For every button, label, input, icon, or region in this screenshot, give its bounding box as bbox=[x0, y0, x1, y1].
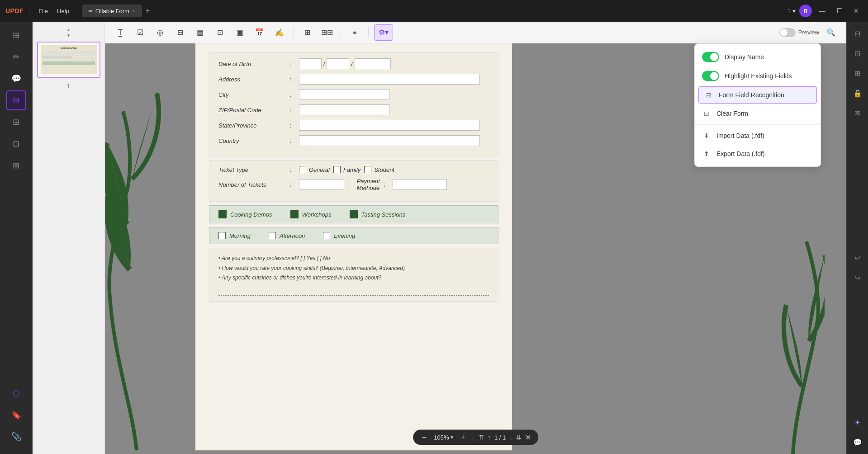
morning-checkbox[interactable] bbox=[218, 232, 226, 239]
sidebar-forms-icon[interactable]: ⊟ bbox=[6, 90, 26, 110]
undo-icon[interactable]: ↩ bbox=[849, 250, 866, 266]
form-field-recognition-label: Form Field Recognition bbox=[719, 91, 784, 99]
workshops-label: Workshops bbox=[302, 211, 332, 218]
sign-icon[interactable]: ✉ bbox=[849, 105, 866, 121]
signature-btn[interactable]: ✍ bbox=[271, 24, 288, 41]
page-thumbnail[interactable]: SIGN UP FORM bbox=[37, 42, 100, 78]
form-field-recognition-item[interactable]: ⊟ Form Field Recognition bbox=[698, 86, 817, 104]
align-btn[interactable]: ≡ bbox=[346, 24, 363, 41]
general-checkbox-label[interactable]: General bbox=[299, 166, 330, 173]
zip-input[interactable] bbox=[299, 104, 389, 115]
top-bar-divider bbox=[29, 6, 29, 15]
last-page-btn[interactable]: ⇊ bbox=[516, 434, 522, 441]
convert-icon[interactable]: ⊡ bbox=[849, 45, 866, 61]
prev-page-btn[interactable]: ↑ bbox=[488, 434, 491, 441]
close-zoom-btn[interactable]: ✕ bbox=[525, 433, 531, 442]
state-input[interactable] bbox=[299, 120, 480, 131]
dob-month[interactable] bbox=[299, 58, 322, 69]
afternoon-checkbox[interactable] bbox=[269, 232, 276, 239]
general-checkbox[interactable] bbox=[299, 166, 306, 173]
radio-btn[interactable]: ◎ bbox=[152, 24, 168, 41]
dropdown-btn[interactable]: ▤ bbox=[192, 24, 208, 41]
evening-checkbox[interactable] bbox=[323, 232, 330, 239]
display-name-toggle[interactable] bbox=[702, 52, 719, 62]
sidebar-attachment-icon[interactable]: 📎 bbox=[6, 427, 26, 447]
sidebar-thumbnail-icon[interactable]: ⊞ bbox=[6, 25, 26, 45]
select-all-btn[interactable]: ⊞ bbox=[299, 24, 315, 41]
family-checkbox-label[interactable]: Family bbox=[333, 166, 360, 173]
new-tab-btn[interactable]: + bbox=[144, 5, 152, 17]
protect-icon[interactable]: 🔒 bbox=[849, 85, 866, 101]
survey-q3: • Any specific cuisines or dishes you're… bbox=[218, 273, 489, 283]
image-btn[interactable]: ▣ bbox=[232, 24, 248, 41]
page-nav-dropdown[interactable]: ▾ bbox=[792, 7, 796, 14]
close-btn[interactable]: ✕ bbox=[850, 5, 863, 16]
next-page-btn[interactable]: ↓ bbox=[509, 434, 512, 441]
text-field-btn[interactable]: T̲ bbox=[112, 24, 128, 41]
file-menu[interactable]: File bbox=[35, 6, 52, 16]
redo-icon[interactable]: ↪ bbox=[849, 270, 866, 286]
cooking-demos-checkbox[interactable] bbox=[218, 210, 227, 218]
sidebar-organize-icon[interactable]: ⊞ bbox=[6, 112, 26, 132]
sidebar-layers-icon[interactable]: ⬡ bbox=[6, 383, 26, 403]
help-menu[interactable]: Help bbox=[53, 6, 73, 16]
address-label: Address bbox=[218, 76, 286, 83]
morning-label: Morning bbox=[229, 232, 251, 239]
chat-icon[interactable]: 💬 bbox=[849, 434, 866, 450]
city-input[interactable] bbox=[299, 89, 389, 100]
ocr-icon[interactable]: ⊞ bbox=[849, 65, 866, 81]
highlight-fields-toggle[interactable] bbox=[702, 71, 719, 81]
page-indicator: 1 / 1 bbox=[494, 434, 506, 441]
restore-btn[interactable]: ⧠ bbox=[833, 5, 846, 16]
clear-form-label: Clear Form bbox=[716, 110, 748, 117]
sidebar-bookmark-icon[interactable]: 🔖 bbox=[6, 405, 26, 425]
tab-close-btn[interactable]: × bbox=[132, 8, 135, 14]
fillable-form-tab[interactable]: ✏ Fillable Form × bbox=[82, 5, 142, 17]
checkbox-btn[interactable]: ☑ bbox=[132, 24, 148, 41]
button-btn[interactable]: ⊡ bbox=[212, 24, 228, 41]
student-checkbox[interactable] bbox=[364, 166, 371, 173]
zoom-out-btn[interactable]: − bbox=[420, 432, 429, 442]
sidebar-edit-icon[interactable]: ✏ bbox=[6, 47, 26, 67]
zoom-dropdown-btn[interactable]: ▾ bbox=[451, 434, 453, 440]
sidebar-comment-icon[interactable]: 💬 bbox=[6, 69, 26, 89]
country-label: Country bbox=[218, 137, 286, 144]
ticket-section: Ticket Type : General Family Student bbox=[209, 160, 498, 202]
tools-dropdown-btn[interactable]: ⚙▾ bbox=[374, 24, 393, 41]
dob-day[interactable] bbox=[327, 58, 349, 69]
country-input[interactable] bbox=[299, 135, 480, 146]
export-data-item[interactable]: ⬆ Export Data (.fdf) bbox=[695, 145, 821, 163]
payment-input[interactable] bbox=[393, 179, 447, 190]
highlight-fields-item[interactable]: Highlight Existing Fields bbox=[695, 66, 821, 85]
num-tickets-input[interactable] bbox=[299, 179, 344, 190]
sidebar-extract-icon[interactable]: ⊡ bbox=[6, 134, 26, 154]
first-page-btn[interactable]: ⇈ bbox=[479, 434, 484, 441]
zip-colon: : bbox=[290, 107, 292, 114]
zoom-in-btn[interactable]: + bbox=[459, 432, 467, 442]
activities-section: Cooking Demos Workshops Tasting Sessions bbox=[209, 205, 498, 223]
date-btn[interactable]: 📅 bbox=[251, 24, 268, 41]
student-checkbox-label[interactable]: Student bbox=[364, 166, 394, 173]
import-data-item[interactable]: ⬇ Import Data (.fdf) bbox=[695, 127, 821, 145]
top-right-controls: 1 ▾ R — ⧠ ✕ bbox=[787, 5, 863, 17]
ticket-colon: : bbox=[290, 166, 292, 173]
address-input[interactable] bbox=[299, 74, 480, 85]
search-btn[interactable]: 🔍 bbox=[823, 24, 839, 41]
list-btn[interactable]: ⊟ bbox=[172, 24, 188, 41]
group-btn[interactable]: ⊞⊞ bbox=[319, 24, 335, 41]
display-name-item[interactable]: Display Name bbox=[695, 47, 821, 66]
export-pdf-icon[interactable]: ⊟ bbox=[849, 25, 866, 42]
dob-year[interactable] bbox=[355, 58, 391, 69]
preview-switch[interactable] bbox=[779, 28, 796, 37]
user-avatar[interactable]: R bbox=[799, 5, 812, 17]
clear-form-item[interactable]: ⊡ Clear Form bbox=[695, 104, 821, 123]
ai-icon[interactable]: ✦ bbox=[849, 414, 866, 430]
tasting-checkbox[interactable] bbox=[350, 210, 358, 218]
workshops-checkbox[interactable] bbox=[290, 210, 299, 218]
family-checkbox[interactable] bbox=[333, 166, 341, 173]
sidebar-stamp-icon[interactable]: ⊠ bbox=[6, 156, 26, 175]
toolbar-right: Preview 🔍 bbox=[779, 24, 839, 41]
minimize-btn[interactable]: — bbox=[816, 5, 829, 16]
cooking-demos-label: Cooking Demos bbox=[230, 211, 272, 218]
zoom-percentage: 105% bbox=[434, 434, 449, 441]
